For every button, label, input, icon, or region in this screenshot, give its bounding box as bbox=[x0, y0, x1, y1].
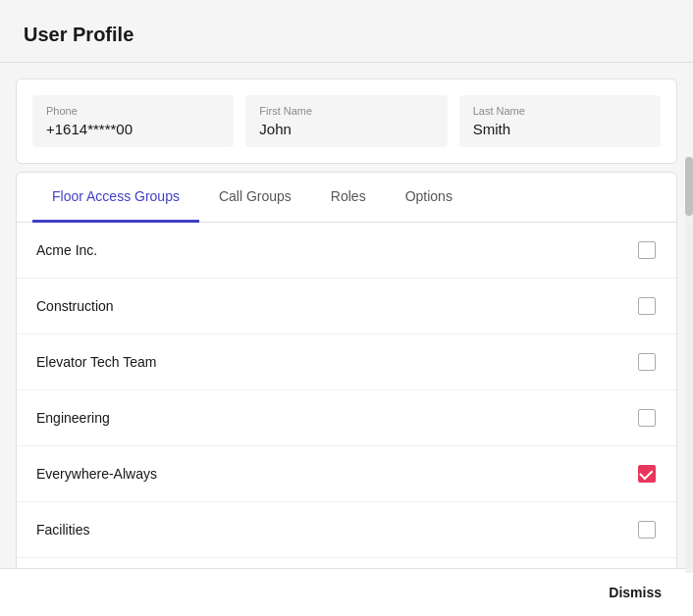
list-item: Engineering bbox=[17, 390, 676, 446]
tab-roles[interactable]: Roles bbox=[311, 173, 386, 223]
first-name-field: First Name John bbox=[245, 95, 447, 147]
last-name-value: Smith bbox=[473, 121, 647, 137]
list-item-label: Facilities bbox=[36, 522, 89, 538]
list-item: Everywhere-Always bbox=[17, 446, 676, 502]
first-name-value: John bbox=[259, 121, 433, 137]
tab-options[interactable]: Options bbox=[386, 173, 472, 223]
user-info-card: Phone +1614*****00 First Name John Last … bbox=[16, 78, 677, 164]
first-name-label: First Name bbox=[259, 105, 433, 117]
scrollbar-track bbox=[685, 157, 693, 573]
checkbox-checked-icon[interactable] bbox=[638, 465, 656, 483]
last-name-field: Last Name Smith bbox=[459, 95, 661, 147]
checkbox-unchecked-icon[interactable] bbox=[638, 353, 656, 371]
checkbox-wrapper[interactable] bbox=[637, 352, 657, 372]
checkbox-unchecked-icon[interactable] bbox=[638, 409, 656, 427]
list-item: Acme Inc. bbox=[17, 223, 676, 279]
tab-call-groups[interactable]: Call Groups bbox=[199, 173, 311, 223]
list-item: Elevator Tech Team bbox=[17, 334, 676, 390]
checkbox-wrapper[interactable] bbox=[637, 464, 657, 484]
list-item-label: Everywhere-Always bbox=[36, 466, 157, 482]
page-title: User Profile bbox=[0, 0, 693, 62]
top-divider bbox=[0, 62, 693, 63]
last-name-label: Last Name bbox=[473, 105, 647, 117]
checkbox-unchecked-icon[interactable] bbox=[638, 521, 656, 539]
list-item-label: Acme Inc. bbox=[36, 242, 97, 258]
list-item: Construction bbox=[17, 279, 676, 334]
page-container: User Profile Phone +1614*****00 First Na… bbox=[0, 0, 693, 616]
checkbox-wrapper[interactable] bbox=[637, 240, 657, 260]
list-item-label: Engineering bbox=[36, 410, 110, 426]
phone-value: +1614*****00 bbox=[46, 121, 220, 137]
checkbox-unchecked-icon[interactable] bbox=[638, 241, 656, 259]
tab-content: Acme Inc.ConstructionElevator Tech TeamE… bbox=[17, 223, 676, 613]
checkbox-wrapper[interactable] bbox=[637, 408, 657, 428]
phone-field: Phone +1614*****00 bbox=[32, 95, 234, 147]
list-item-label: Elevator Tech Team bbox=[36, 354, 156, 370]
list-item-label: Construction bbox=[36, 298, 114, 314]
scrollbar-thumb[interactable] bbox=[685, 157, 693, 216]
tabs-header: Floor Access Groups Call Groups Roles Op… bbox=[17, 173, 676, 223]
checkbox-wrapper[interactable] bbox=[637, 296, 657, 316]
dismiss-button[interactable]: Dismiss bbox=[601, 581, 669, 604]
tab-floor-access-groups[interactable]: Floor Access Groups bbox=[32, 173, 199, 223]
footer-bar: Dismiss bbox=[0, 568, 693, 616]
phone-label: Phone bbox=[46, 105, 220, 117]
checkbox-wrapper[interactable] bbox=[637, 520, 657, 539]
checkbox-unchecked-icon[interactable] bbox=[638, 297, 656, 315]
tabs-card: Floor Access Groups Call Groups Roles Op… bbox=[16, 172, 677, 616]
list-item: Facilities bbox=[17, 502, 676, 558]
